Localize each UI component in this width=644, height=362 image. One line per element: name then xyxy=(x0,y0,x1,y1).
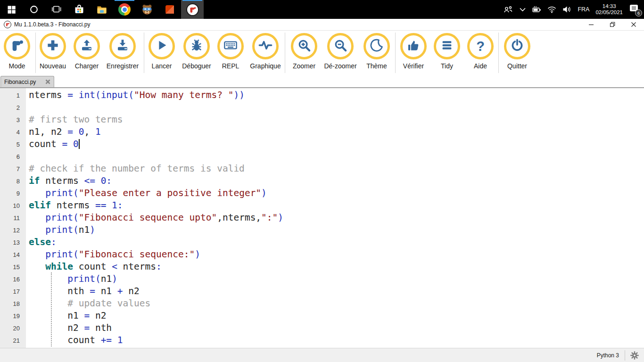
line-number: 4 xyxy=(0,129,26,136)
code-line[interactable]: 15 while count < nterms: xyxy=(0,261,644,273)
upload-icon xyxy=(80,38,94,54)
microsoft-store-button[interactable] xyxy=(68,0,91,19)
date: 02/05/2021 xyxy=(595,9,623,16)
tab-close-icon[interactable] xyxy=(45,78,50,86)
office-button[interactable] xyxy=(158,0,181,19)
line-number: 14 xyxy=(0,251,26,258)
office-icon xyxy=(164,4,175,15)
code-line[interactable]: 9 print("Please enter a positive integer… xyxy=(0,187,644,199)
save-button[interactable]: Enregistrer xyxy=(103,33,142,70)
cortana-search-button[interactable] xyxy=(23,0,45,19)
code-text: nth = n1 + n2 xyxy=(29,285,140,297)
screen: FRA 14:33 02/05/2021 6 Mu 1.1.0.beta.3 -… xyxy=(0,0,644,362)
theme-button[interactable]: Thème xyxy=(357,33,396,70)
window-title: Mu 1.1.0.beta.3 - Fibonacci.py xyxy=(14,21,90,28)
task-view-button[interactable] xyxy=(45,0,68,19)
line-number: 15 xyxy=(0,263,26,271)
people-icon[interactable] xyxy=(504,6,513,13)
line-number: 6 xyxy=(0,153,26,160)
tab-bar: Fibonacci.py xyxy=(0,76,644,88)
line-number: 13 xyxy=(0,239,26,246)
code-line[interactable]: 12 print(n1) xyxy=(0,224,644,236)
tab-fibonacci[interactable]: Fibonacci.py xyxy=(0,76,54,87)
cortana-circle-icon xyxy=(29,4,39,15)
language-indicator[interactable]: FRA xyxy=(578,6,589,13)
code-line[interactable]: 16 print(n1) xyxy=(0,273,644,285)
repl-button[interactable]: REPL xyxy=(211,33,250,70)
code-editor[interactable]: 1nterms = int(input("How many terms? "))… xyxy=(0,88,644,348)
code-line[interactable]: 20 n2 = nth xyxy=(0,322,644,334)
minimize-button[interactable] xyxy=(580,19,602,31)
code-line[interactable]: 21 count += 1 xyxy=(0,334,644,346)
code-line[interactable]: 14 print("Fibonacci sequence:") xyxy=(0,248,644,261)
text-cursor xyxy=(79,139,80,149)
code-text: print("Please enter a positive integer") xyxy=(29,187,267,199)
code-line[interactable]: 4n1, n2 = 0, 1 xyxy=(0,126,644,138)
code-line[interactable]: 7# check if the number of terms is valid xyxy=(0,163,644,175)
plus-icon xyxy=(46,38,60,54)
code-line[interactable]: 5count = 0 xyxy=(0,138,644,150)
mu-taskbar-button[interactable] xyxy=(181,0,204,19)
zoom-in-button[interactable]: Zoomer xyxy=(284,33,324,70)
toolbar: Mode Nouveau Charger Enregistrer Lancer … xyxy=(0,31,644,76)
settings-button[interactable] xyxy=(625,351,644,360)
task-view-icon xyxy=(51,4,62,15)
code-lines: 1nterms = int(input("How many terms? "))… xyxy=(0,89,644,346)
load-button[interactable]: Charger xyxy=(67,33,107,70)
code-text: print("Fibonacci sequence:") xyxy=(29,248,200,261)
indentation-guide xyxy=(51,272,52,346)
question-mark-icon: ? xyxy=(476,39,485,54)
volume-icon[interactable] xyxy=(562,6,571,13)
help-button[interactable]: ? Aide xyxy=(461,33,500,70)
code-line[interactable]: 8if nterms <= 0: xyxy=(0,175,644,187)
code-text: if nterms <= 0: xyxy=(29,175,112,187)
chrome-button[interactable] xyxy=(113,0,136,19)
code-line[interactable]: 10elif nterms == 1: xyxy=(0,199,644,212)
zoom-out-button[interactable]: Dé-zoomer xyxy=(321,33,360,70)
code-text: elif nterms == 1: xyxy=(29,199,123,212)
line-number: 20 xyxy=(0,325,26,332)
code-line[interactable]: 17 nth = n1 + n2 xyxy=(0,285,644,297)
time: 14:33 xyxy=(595,3,623,9)
window-titlebar[interactable]: Mu 1.1.0.beta.3 - Fibonacci.py xyxy=(0,19,644,31)
mu-window-icon xyxy=(4,21,11,28)
code-text: # first two terms xyxy=(29,114,123,126)
start-button[interactable] xyxy=(0,0,23,19)
mode-indicator[interactable]: Python 3 xyxy=(597,352,625,359)
windows-start-icon xyxy=(7,5,16,14)
chevron-down-icon[interactable] xyxy=(519,7,526,12)
quit-button[interactable]: Quitter xyxy=(497,33,537,70)
mode-button[interactable]: Mode xyxy=(0,33,37,70)
chrome-icon xyxy=(118,3,131,16)
clock[interactable]: 14:33 02/05/2021 xyxy=(595,3,623,16)
restore-button[interactable] xyxy=(602,19,623,31)
action-center-button[interactable]: 6 xyxy=(629,4,640,15)
close-button[interactable] xyxy=(623,19,644,31)
code-text: # check if the number of terms is valid xyxy=(29,163,245,175)
battery-charging-icon[interactable] xyxy=(532,6,541,13)
moon-icon xyxy=(370,38,384,54)
code-text: count += 1 xyxy=(29,334,123,346)
code-line[interactable]: 2 xyxy=(0,101,644,114)
line-number: 1 xyxy=(0,92,26,99)
code-text: # update values xyxy=(29,297,150,310)
code-line[interactable]: 1nterms = int(input("How many terms? ")) xyxy=(0,89,644,101)
code-line[interactable]: 13else: xyxy=(0,236,644,248)
code-text: n1 = n2 xyxy=(29,310,106,322)
code-line[interactable]: 3# first two terms xyxy=(0,114,644,126)
line-number: 21 xyxy=(0,337,26,344)
code-line[interactable]: 6 xyxy=(0,150,644,163)
code-line[interactable]: 19 n1 = n2 xyxy=(0,310,644,322)
line-number: 7 xyxy=(0,165,26,173)
plotter-button[interactable]: Graphique xyxy=(246,33,285,70)
file-explorer-button[interactable] xyxy=(91,0,113,19)
status-bar: Python 3 xyxy=(0,348,644,362)
power-icon xyxy=(510,38,524,54)
bug-icon xyxy=(190,38,204,54)
code-line[interactable]: 11 print("Fibonacci sequence upto",nterm… xyxy=(0,212,644,224)
run-button[interactable]: Lancer xyxy=(142,33,182,70)
code-line[interactable]: 18 # update values xyxy=(0,297,644,310)
bear-app-button[interactable] xyxy=(136,0,158,19)
mu-app-icon xyxy=(186,3,199,16)
wifi-icon[interactable] xyxy=(547,6,556,13)
